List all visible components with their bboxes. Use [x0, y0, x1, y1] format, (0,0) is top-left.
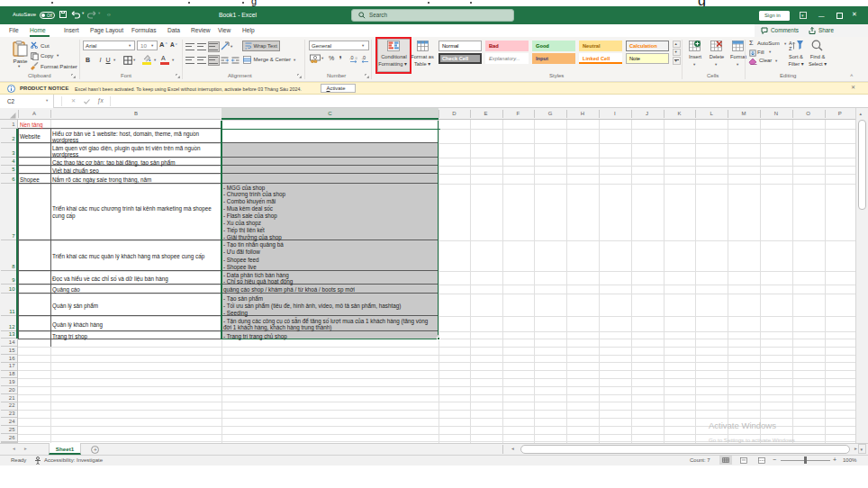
svg-text:A: A [789, 41, 792, 46]
svg-text:.0: .0 [349, 55, 354, 60]
svg-text:Z: Z [789, 46, 792, 51]
svg-text:.0: .0 [362, 55, 366, 60]
svg-text:0: 0 [356, 56, 358, 60]
